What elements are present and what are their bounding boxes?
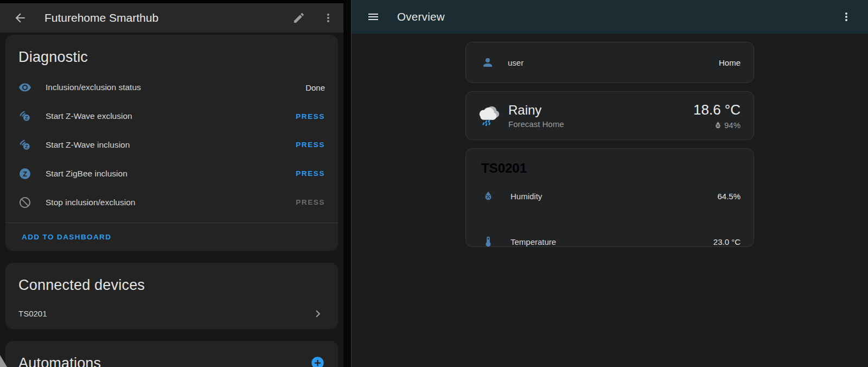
- row-label: Start Z-Wave exclusion: [46, 111, 296, 121]
- diagnostic-rows: Inclusion/exclusion status Done: [5, 73, 338, 217]
- automations-title: Automations: [5, 341, 310, 367]
- edit-pencil-icon[interactable]: [292, 11, 305, 24]
- zwave-icon: Z: [18, 110, 31, 123]
- weather-text: Rainy Forecast Home: [508, 103, 693, 129]
- press-button-disabled: PRESS: [296, 198, 325, 206]
- automations-card: Automations: [5, 341, 338, 367]
- smarthub-content: Diagnostic Inclusion/exclusion status Do…: [0, 33, 343, 367]
- smarthub-panel: Futurehome Smarthub Diagnostic Inclusion…: [0, 0, 343, 367]
- stop-icon: [18, 196, 31, 209]
- diagnostic-title: Diagnostic: [5, 35, 338, 66]
- weather-humidity-value: 94%: [724, 121, 741, 130]
- row-zwave-exclusion[interactable]: Z Start Z-Wave exclusion PRESS: [5, 102, 338, 131]
- overflow-menu-icon[interactable]: [840, 10, 853, 23]
- eye-icon: [18, 81, 31, 94]
- page-title: Futurehome Smarthub: [44, 11, 292, 24]
- add-to-dashboard-button[interactable]: ADD TO DASHBOARD: [22, 233, 111, 241]
- row-inclusion-status[interactable]: Inclusion/exclusion status Done: [5, 73, 338, 102]
- svg-text:Z: Z: [25, 115, 28, 121]
- press-button[interactable]: PRESS: [296, 169, 325, 178]
- zwave-icon: Z: [18, 138, 31, 151]
- device-row-ts0201[interactable]: TS0201: [5, 299, 338, 329]
- sensor-value: 64.5%: [717, 192, 741, 201]
- press-button[interactable]: PRESS: [296, 112, 325, 121]
- weather-readings: 18.6 °C 94%: [693, 102, 741, 130]
- app-root: Futurehome Smarthub Diagnostic Inclusion…: [0, 0, 868, 367]
- user-name: user: [508, 58, 719, 67]
- svg-text:Z: Z: [23, 169, 27, 178]
- add-automation-icon[interactable]: [310, 356, 325, 367]
- device-name: TS0201: [18, 309, 311, 318]
- row-humidity[interactable]: Humidity 64.5%: [466, 181, 754, 211]
- humidity-icon: [482, 190, 494, 202]
- sensor-card-title: TS0201: [466, 161, 754, 176]
- row-zwave-inclusion[interactable]: Z Start Z-Wave inclusion PRESS: [5, 131, 338, 160]
- overflow-menu-icon[interactable]: [322, 11, 335, 24]
- connected-devices-card: Connected devices TS0201: [5, 263, 338, 329]
- sensor-value: 23.0 °C: [713, 237, 741, 246]
- user-location: Home: [719, 58, 741, 67]
- sensor-label: Humidity: [510, 192, 717, 201]
- person-icon: [481, 56, 494, 69]
- water-percent-icon: [713, 121, 723, 130]
- row-label: Start ZigBee inclusion: [46, 169, 296, 179]
- row-zigbee-inclusion[interactable]: Z Start ZigBee inclusion PRESS: [5, 159, 338, 188]
- card-footer: ADD TO DASHBOARD: [5, 223, 338, 251]
- smarthub-header: Futurehome Smarthub: [0, 3, 343, 33]
- sensor-card-ts0201: TS0201 Humidity 64.5% Temperature: [465, 148, 754, 247]
- row-stop-inclusion[interactable]: Stop inclusion/exclusion PRESS: [5, 188, 338, 217]
- weather-card[interactable]: Rainy Forecast Home 18.6 °C 94%: [465, 91, 754, 140]
- status-value: Done: [305, 83, 325, 92]
- sensor-label: Temperature: [510, 237, 713, 246]
- weather-humidity: 94%: [693, 121, 741, 130]
- weather-temperature: 18.6 °C: [693, 102, 741, 118]
- sensor-rows: Humidity 64.5% Temperature 23.0 °C: [466, 181, 754, 257]
- weather-state: Rainy: [508, 103, 693, 118]
- thermometer-icon: [482, 236, 494, 248]
- menu-hamburger-icon[interactable]: [367, 10, 380, 23]
- row-label: Start Z-Wave inclusion: [46, 140, 296, 150]
- connected-devices-title: Connected devices: [5, 263, 338, 294]
- svg-text:Z: Z: [25, 144, 28, 149]
- user-card[interactable]: user Home: [465, 42, 754, 83]
- press-button[interactable]: PRESS: [296, 141, 325, 149]
- view-title: Overview: [397, 10, 840, 23]
- overview-panel: Overview user Home: [351, 0, 868, 367]
- row-label: Stop inclusion/exclusion: [46, 198, 296, 207]
- diagnostic-card: Diagnostic Inclusion/exclusion status Do…: [5, 35, 338, 251]
- panel-divider: [343, 0, 351, 367]
- weather-rainy-icon: [476, 103, 501, 128]
- overview-content: user Home: [352, 34, 868, 367]
- overview-header: Overview: [352, 0, 868, 34]
- row-temperature[interactable]: Temperature 23.0 °C: [466, 226, 754, 257]
- back-arrow-icon[interactable]: [13, 11, 27, 25]
- zigbee-icon: Z: [18, 167, 31, 180]
- chevron-right-icon: [311, 307, 325, 321]
- row-label: Inclusion/exclusion status: [46, 83, 305, 92]
- weather-subtitle: Forecast Home: [508, 119, 693, 129]
- corner-wedge: [0, 355, 7, 367]
